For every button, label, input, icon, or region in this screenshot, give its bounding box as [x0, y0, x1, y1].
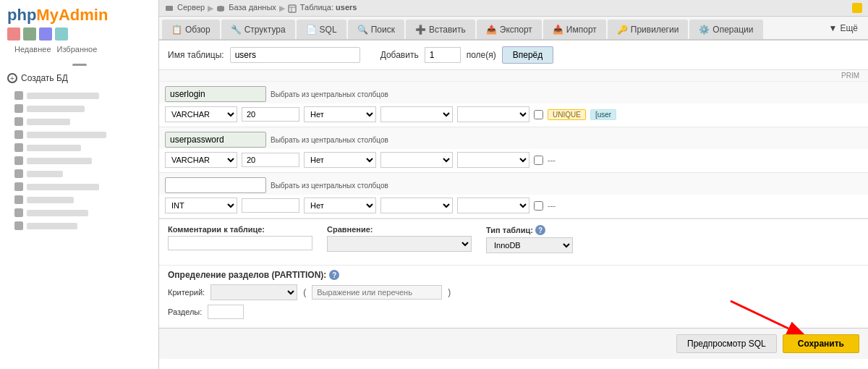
field-primary-checkbox-1[interactable] [534, 110, 543, 119]
structure-icon: 🔧 [231, 25, 242, 35]
tab-structure[interactable]: 🔧 Структура [221, 20, 295, 39]
field-primary-checkbox-2[interactable] [534, 156, 543, 165]
field-length-input-3[interactable] [242, 198, 299, 213]
field-type-select-2[interactable]: VARCHAR INT [165, 152, 237, 168]
priv-icon: 🔑 [617, 25, 628, 35]
field-type-select-3[interactable]: INT VARCHAR [165, 198, 237, 213]
field-name-input-1[interactable] [165, 86, 266, 102]
field-null-select-1[interactable]: Нет Да [304, 106, 376, 122]
search-icon: 🔍 [357, 25, 368, 35]
breadcrumb-sep1: ▶ [208, 4, 213, 13]
item-label [27, 223, 77, 229]
bottom-row: Комментарии к таблице: Сравнение: Тип та… [168, 225, 859, 253]
list-item[interactable] [0, 141, 158, 154]
preview-sql-button[interactable]: Предпросмотр SQL [676, 334, 777, 353]
field-default-select-1[interactable] [380, 106, 453, 122]
comparison-select[interactable] [327, 236, 472, 252]
tab-search[interactable]: 🔍 Поиск [348, 20, 404, 39]
sidebar-links: Недавнее Избранное [7, 43, 151, 58]
favorites-link[interactable]: Избранное [57, 45, 98, 54]
list-item[interactable] [0, 180, 158, 193]
list-item[interactable] [0, 102, 158, 115]
field-length-input-1[interactable] [242, 107, 299, 122]
partition-help-icon[interactable]: ? [329, 270, 339, 280]
parts-label: Разделы: [168, 308, 202, 316]
parts-input[interactable] [208, 305, 244, 319]
partition-expr-input[interactable] [312, 285, 442, 300]
table-type-select[interactable]: InnoDB MyISAM MEMORY CSV ARCHIVE [486, 237, 573, 253]
list-item[interactable] [0, 219, 158, 232]
field-name-input-3[interactable] [165, 177, 266, 193]
item-icon [14, 156, 23, 165]
tab-import[interactable]: 📥 Импорт [543, 20, 606, 39]
sql-icon: 📄 [306, 25, 317, 35]
item-label [27, 197, 74, 203]
list-item[interactable] [0, 154, 158, 167]
insert-icon: ➕ [415, 25, 426, 35]
sidebar-divider [72, 64, 87, 66]
ops-icon: ⚙️ [699, 25, 710, 35]
field-default-select-2[interactable] [380, 152, 453, 168]
gear-icon[interactable] [39, 27, 52, 41]
field-select-link-2[interactable]: Выбрать из центральных столбцов [271, 136, 388, 144]
item-icon [14, 195, 23, 204]
field-length-input-2[interactable] [242, 153, 299, 167]
field-block-2: Выбрать из центральных столбцов VARCHAR … [159, 127, 868, 173]
breadcrumb: Сервер ▶ База данных ▶ Таблица: users [159, 0, 868, 17]
db-icon[interactable] [23, 27, 36, 41]
action-bar: Предпросмотр SQL Сохранить [159, 328, 868, 359]
list-item[interactable] [0, 193, 158, 206]
list-item[interactable] [0, 128, 158, 141]
item-icon [14, 208, 23, 217]
item-label [27, 145, 81, 151]
create-db-button[interactable]: + Создать БД [0, 69, 158, 88]
tab-more[interactable]: ▼ Ещё [822, 17, 865, 39]
list-item[interactable] [0, 115, 158, 128]
tab-privileges[interactable]: 🔑 Привилегии [608, 20, 689, 39]
comments-input[interactable] [168, 236, 312, 250]
svg-rect-0 [166, 6, 173, 11]
table-name-input[interactable] [230, 47, 360, 63]
tab-insert[interactable]: ➕ Вставить [406, 20, 475, 39]
partition-criteria-row: Критерий: ( ) [168, 284, 859, 300]
logo-icons [7, 25, 151, 43]
save-button[interactable]: Сохранить [783, 334, 859, 353]
field-select-link-3[interactable]: Выбрать из центральных столбцов [271, 182, 388, 190]
field-null-select-3[interactable]: Нет Да [304, 198, 376, 213]
list-item[interactable] [0, 167, 158, 180]
list-item[interactable] [0, 206, 158, 219]
criteria-select[interactable] [210, 284, 297, 300]
item-icon [14, 221, 23, 230]
field-primary-checkbox-3[interactable] [534, 201, 543, 211]
field-extra-select-1[interactable] [457, 106, 529, 122]
item-label [27, 119, 70, 125]
field-default-select-3[interactable] [380, 198, 453, 213]
tab-sql[interactable]: 📄 SQL [297, 20, 346, 39]
field-type-select-1[interactable]: VARCHAR INT TEXT [165, 106, 237, 122]
tab-export[interactable]: 📤 Экспорт [477, 20, 542, 39]
content-area: Имя таблицы: Добавить поле(я) Вперёд PRI… [159, 41, 868, 369]
item-icon [14, 91, 23, 100]
unique-badge-1: UNIQUE [548, 109, 586, 120]
item-label [27, 210, 88, 216]
list-item[interactable] [0, 89, 158, 102]
field-name-row-3: Выбрать из центральных столбцов [159, 173, 868, 195]
recent-link[interactable]: Недавнее [14, 45, 51, 54]
refresh-icon[interactable] [55, 27, 68, 41]
item-icon [14, 182, 23, 191]
table-type-group: Тип таблиц: ? InnoDB MyISAM MEMORY CSV A… [486, 225, 573, 253]
go-button[interactable]: Вперёд [502, 46, 554, 64]
field-name-input-2[interactable] [165, 132, 266, 148]
add-fields-count-input[interactable] [425, 47, 461, 63]
table-type-help-icon[interactable]: ? [535, 225, 545, 235]
main-panel: Сервер ▶ База данных ▶ Таблица: users 📋 … [159, 0, 868, 369]
home-icon[interactable] [7, 27, 20, 41]
tab-operations[interactable]: ⚙️ Операции [689, 20, 762, 39]
tab-overview[interactable]: 📋 Обзор [162, 20, 220, 39]
field-extra-select-3[interactable] [457, 198, 529, 213]
field-null-select-2[interactable]: Нет Да [304, 152, 376, 168]
create-db-icon: + [7, 73, 17, 83]
breadcrumb-database: База данных [216, 3, 276, 12]
field-select-link-1[interactable]: Выбрать из центральных столбцов [271, 90, 388, 98]
field-extra-select-2[interactable] [457, 152, 529, 168]
